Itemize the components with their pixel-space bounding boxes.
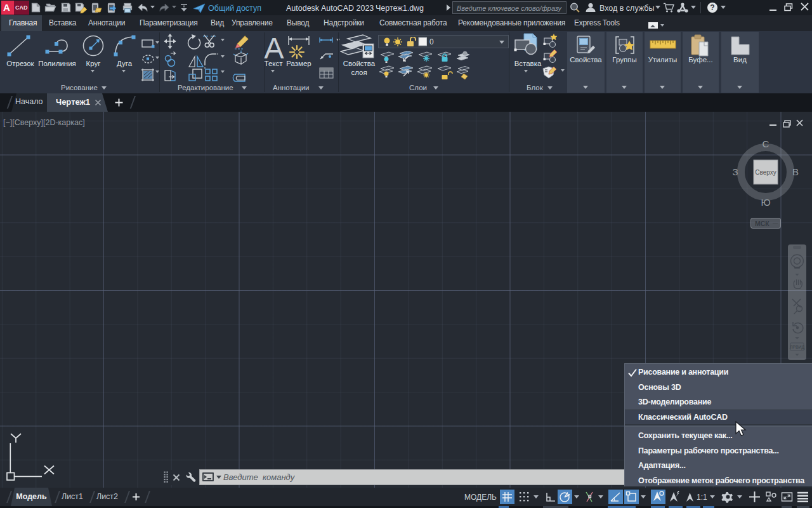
svg-text:Сверху: Сверху	[755, 169, 776, 176]
svg-text:Ю: Ю	[761, 197, 770, 208]
svg-text:ЛРВИД: ЛРВИД	[790, 345, 805, 350]
svg-text:В: В	[792, 166, 799, 177]
svg-text:?: ?	[710, 3, 714, 12]
svg-text:С: С	[763, 138, 769, 149]
svg-text:З: З	[732, 166, 738, 177]
